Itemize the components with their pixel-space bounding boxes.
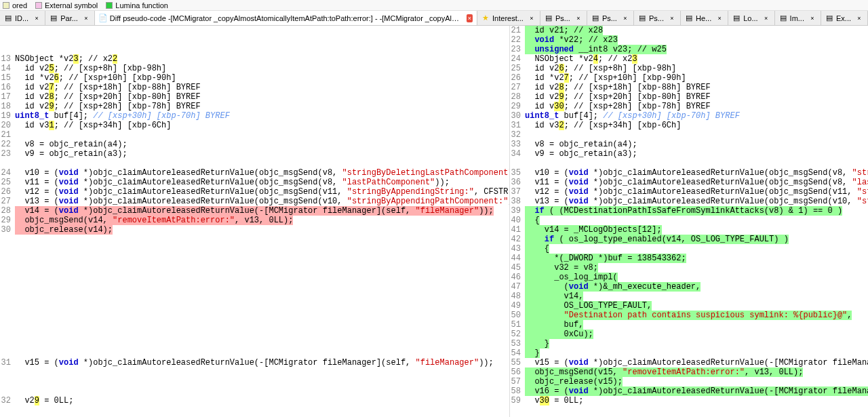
- tab-interest[interactable]: ★ Interest... ×: [477, 11, 540, 25]
- code-line[interactable]: 30uint8_t buf[4]; // [xsp+30h] [xbp-70h]…: [510, 111, 868, 121]
- code-line[interactable]: [0, 273, 509, 282]
- tab-id[interactable]: ▤ ID... ×: [0, 11, 45, 25]
- close-icon[interactable]: ×: [528, 14, 536, 22]
- code-line[interactable]: 33 v8 = objc_retain(a4);: [510, 140, 868, 149]
- code-line[interactable]: 47 (void *)&_mh_execute_header,: [510, 282, 868, 292]
- code-line[interactable]: 28 v14 = (void *)objc_claimAutoreleasedR…: [0, 206, 509, 216]
- code-line[interactable]: 51 buf,: [510, 320, 868, 330]
- code-line[interactable]: 18 id v29; // [xsp+28h] [xbp-78h] BYREF: [0, 102, 509, 111]
- code-line[interactable]: 50 "Destination path contains suspicious…: [510, 311, 868, 320]
- code-line[interactable]: 17 id v28; // [xsp+20h] [xbp-80h] BYREF: [0, 92, 509, 102]
- code-line[interactable]: 26 id *v27; // [xsp+10h] [xbp-90h]: [510, 73, 868, 83]
- code-line[interactable]: [0, 45, 509, 54]
- tab-ps1[interactable]: ▤ Ps... ×: [540, 11, 587, 25]
- tab-ps2[interactable]: ▤ Ps... ×: [587, 11, 634, 25]
- code-line[interactable]: 35 v10 = (void *)objc_claimAutoreleasedR…: [510, 168, 868, 178]
- code-line[interactable]: 39 if ( (MCDestinationPathIsSafeFromSyml…: [510, 206, 868, 216]
- code-line[interactable]: [0, 235, 509, 244]
- code-line[interactable]: 29 objc_msgSend(v14, "removeItemAtPath:e…: [0, 216, 509, 225]
- code-line[interactable]: 23 unsigned __int8 v23; // w25: [510, 45, 868, 54]
- code-line[interactable]: [0, 301, 509, 311]
- code-line[interactable]: [0, 320, 509, 330]
- code-line[interactable]: 13NSObject *v23; // x22: [0, 54, 509, 64]
- code-line[interactable]: 56 objc_msgSend(v15, "removeItemAtPath:e…: [510, 368, 868, 377]
- code-line[interactable]: 32 v29 = 0LL;: [0, 396, 509, 405]
- code-line[interactable]: [0, 386, 509, 396]
- code-line[interactable]: 28 id v29; // [xsp+20h] [xbp-80h] BYREF: [510, 92, 868, 102]
- code-line[interactable]: 37 v12 = (void *)objc_claimAutoreleasedR…: [510, 187, 868, 197]
- code-line[interactable]: 23 v9 = objc_retain(a3);: [0, 149, 509, 159]
- code-line[interactable]: 36 v11 = (void *)objc_claimAutoreleasedR…: [510, 178, 868, 187]
- code-line[interactable]: 55 v15 = (void *)objc_claimAutoreleasedR…: [510, 358, 868, 368]
- tab-he[interactable]: ▤ He... ×: [681, 11, 728, 25]
- code-line[interactable]: [0, 26, 509, 35]
- code-line[interactable]: [0, 159, 509, 168]
- close-icon[interactable]: ×: [855, 14, 863, 22]
- code-line[interactable]: [0, 349, 509, 358]
- code-line[interactable]: 27 v13 = (void *)objc_claimAutoreleasedR…: [0, 197, 509, 206]
- code-line[interactable]: 31 v15 = (void *)objc_claimAutoreleasedR…: [0, 358, 509, 368]
- code-line[interactable]: [0, 35, 509, 45]
- code-line[interactable]: [0, 330, 509, 339]
- code-line[interactable]: 48 v14,: [510, 292, 868, 301]
- code-line[interactable]: [0, 339, 509, 349]
- close-icon[interactable]: ×: [808, 14, 816, 22]
- code-line[interactable]: 52 0xCu);: [510, 330, 868, 339]
- close-icon[interactable]: ×: [668, 14, 676, 22]
- diff-pane-right[interactable]: 21 id v21; // x2822 void *v22; // x2323 …: [510, 26, 868, 417]
- code-line[interactable]: 42 if ( os_log_type_enabled(v14, OS_LOG_…: [510, 235, 868, 244]
- close-icon[interactable]: ×: [574, 14, 583, 22]
- close-icon[interactable]: ×: [82, 14, 90, 22]
- code-line[interactable]: [0, 263, 509, 273]
- code-line[interactable]: [0, 292, 509, 301]
- code-line[interactable]: 59 v30 = 0LL;: [510, 396, 868, 405]
- code-line[interactable]: 31 id v32; // [xsp+34h] [xbp-6Ch]: [510, 121, 868, 130]
- code-line[interactable]: 43 {: [510, 244, 868, 254]
- code-line[interactable]: 32: [510, 130, 868, 140]
- code-line[interactable]: 49 OS_LOG_TYPE_FAULT,: [510, 301, 868, 311]
- tab-ex[interactable]: ▤ Ex... ×: [821, 11, 868, 25]
- code-line[interactable]: [0, 311, 509, 320]
- tab-lo[interactable]: ▤ Lo... ×: [728, 11, 774, 25]
- code-line[interactable]: 25 v11 = (void *)objc_claimAutoreleasedR…: [0, 178, 509, 187]
- code-line[interactable]: 22 v8 = objc_retain(a4);: [0, 140, 509, 149]
- code-line[interactable]: 41 v14 = _MCLogObjects[12];: [510, 225, 868, 235]
- code-line[interactable]: 16 id v27; // [xsp+18h] [xbp-88h] BYREF: [0, 83, 509, 92]
- code-line[interactable]: 22 void *v22; // x23: [510, 35, 868, 45]
- code-line[interactable]: 29 id v30; // [xsp+28h] [xbp-78h] BYREF: [510, 102, 868, 111]
- code-line[interactable]: 21: [0, 130, 509, 140]
- code-line[interactable]: 57 objc_release(v15);: [510, 377, 868, 386]
- code-line[interactable]: 44 *(_DWORD *)buf = 138543362;: [510, 254, 868, 263]
- code-line[interactable]: 54 }: [510, 349, 868, 358]
- code-line[interactable]: 46 _os_log_impl(: [510, 273, 868, 282]
- code-line[interactable]: 19uint8_t buf[4]; // [xsp+30h] [xbp-70h]…: [0, 111, 509, 121]
- code-line[interactable]: [0, 377, 509, 386]
- code-line[interactable]: 24 v10 = (void *)objc_claimAutoreleasedR…: [0, 168, 509, 178]
- code-line[interactable]: [0, 254, 509, 263]
- code-line[interactable]: 26 v12 = (void *)objc_claimAutoreleasedR…: [0, 187, 509, 197]
- code-line[interactable]: 14 id v25; // [xsp+8h] [xbp-98h]: [0, 64, 509, 73]
- code-line[interactable]: 27 id v28; // [xsp+18h] [xbp-88h] BYREF: [510, 83, 868, 92]
- code-line[interactable]: 45 v32 = v8;: [510, 263, 868, 273]
- tab-diff-main[interactable]: 📄 Diff pseudo-code -[MCMigrator _copyAlm…: [95, 11, 477, 25]
- code-line[interactable]: 30 objc_release(v14);: [0, 225, 509, 235]
- close-icon[interactable]: ×: [621, 14, 629, 22]
- code-line[interactable]: [0, 244, 509, 254]
- code-line[interactable]: 40 {: [510, 216, 868, 225]
- close-icon[interactable]: ×: [762, 14, 770, 22]
- code-line[interactable]: 21 id v21; // x28: [510, 26, 868, 35]
- diff-pane-left[interactable]: 13NSObject *v23; // x2214 id v25; // [xs…: [0, 26, 510, 417]
- code-line[interactable]: 20 id v31; // [xsp+34h] [xbp-6Ch]: [0, 121, 509, 130]
- code-line[interactable]: [0, 282, 509, 292]
- code-line[interactable]: 25 id v26; // [xsp+8h] [xbp-98h]: [510, 64, 868, 73]
- close-icon[interactable]: ×: [715, 14, 724, 22]
- close-icon[interactable]: ×: [467, 14, 473, 22]
- tab-par[interactable]: ▤ Par... ×: [45, 11, 95, 25]
- code-line[interactable]: [510, 159, 868, 168]
- code-line[interactable]: 58 v16 = (void *)objc_claimAutoreleasedR…: [510, 386, 868, 396]
- code-line[interactable]: 15 id *v26; // [xsp+10h] [xbp-90h]: [0, 73, 509, 83]
- code-line[interactable]: 53 }: [510, 339, 868, 349]
- code-line[interactable]: [0, 368, 509, 377]
- code-line[interactable]: 24 NSObject *v24; // x23: [510, 54, 868, 64]
- tab-ps3[interactable]: ▤ Ps... ×: [634, 11, 681, 25]
